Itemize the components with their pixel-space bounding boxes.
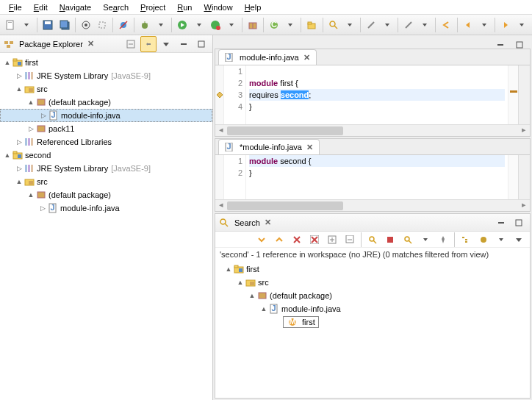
overview-ruler[interactable] [508, 65, 518, 124]
menu-project[interactable]: Project [134, 1, 171, 13]
view-menu-button[interactable] [158, 36, 174, 52]
close-tab-icon[interactable]: ✕ [305, 143, 314, 152]
menu-run[interactable]: Run [171, 1, 198, 13]
group-by-button[interactable] [475, 232, 492, 248]
editor-tab-module-info-dirty[interactable]: J *module-info.java ✕ [218, 139, 320, 154]
save-all-button[interactable] [57, 17, 71, 33]
menu-window[interactable]: Window [198, 1, 238, 13]
search-button[interactable] [326, 17, 340, 33]
run-again-button[interactable] [364, 232, 381, 248]
maximize-button[interactable] [511, 215, 527, 231]
jre-library-node[interactable]: ▷JRE System Library[JavaSE-9] [0, 162, 212, 175]
package-explorer-tree[interactable]: ▲first ▷JRE System Library[JavaSE-9] ▲sr… [0, 53, 212, 400]
maximize-editor-button[interactable] [511, 37, 528, 53]
search-results-tree[interactable]: ▲first ▲src ▲(default package) ▲Jmodule-… [215, 261, 530, 398]
close-view-icon[interactable]: ✕ [263, 218, 273, 227]
next-match-button[interactable] [254, 232, 270, 248]
vertical-scrollbar[interactable] [518, 155, 530, 199]
toggle-mark-button[interactable] [95, 17, 109, 33]
new-dropdown[interactable] [19, 17, 34, 33]
run-last-dropdown[interactable] [224, 17, 239, 33]
tree-layout-button[interactable] [458, 232, 474, 248]
toggle-breadcrumb-button[interactable] [79, 17, 93, 33]
jre-library-node[interactable]: ▷JRE System Library[JavaSE-9] [0, 69, 212, 82]
menu-file[interactable]: File [3, 1, 28, 13]
close-view-icon[interactable]: ✕ [86, 39, 96, 49]
code-area[interactable]: module second { } [246, 155, 508, 199]
expand-all-button[interactable] [324, 232, 340, 248]
prev-annotation-dropdown[interactable] [417, 17, 432, 33]
minimize-editor-button[interactable] [492, 37, 508, 53]
search-file-node[interactable]: ▲Jmodule-info.java [215, 302, 530, 315]
forward-button[interactable] [498, 17, 513, 33]
minimize-button[interactable] [176, 36, 192, 52]
collapse-all-button[interactable] [123, 36, 139, 52]
svg-rect-45 [25, 138, 27, 146]
svg-rect-46 [28, 138, 30, 146]
jre-tag: [JavaSE-9] [111, 71, 151, 80]
save-button[interactable] [40, 17, 55, 33]
search-project-node[interactable]: ▲first [215, 262, 530, 276]
code-area[interactable]: module first { requires second; } [246, 65, 508, 124]
menu-navigate[interactable]: Navigate [54, 1, 97, 13]
marker-ruler[interactable] [215, 155, 224, 199]
search-dropdown[interactable] [342, 17, 357, 33]
menu-help[interactable]: Help [239, 1, 267, 13]
last-edit-button[interactable] [439, 17, 453, 33]
group-by-dropdown[interactable] [493, 232, 509, 248]
package-node[interactable]: ▲(default package) [0, 188, 212, 201]
history-button[interactable] [400, 232, 416, 248]
occurrence-marker-icon[interactable] [215, 89, 223, 101]
open-type-button[interactable] [304, 17, 319, 33]
svg-line-80 [373, 240, 376, 243]
run-dropdown[interactable] [191, 17, 206, 33]
close-tab-icon[interactable]: ✕ [302, 53, 312, 63]
new-package-button[interactable] [245, 17, 260, 33]
menu-edit[interactable]: Edit [28, 1, 54, 13]
annotation-button[interactable] [364, 17, 378, 33]
referenced-libraries-node[interactable]: ▷Referenced Libraries [0, 135, 212, 149]
src-folder-node[interactable]: ▲src [0, 82, 212, 96]
forward-dropdown[interactable] [514, 17, 529, 33]
file-node-module-info[interactable]: ▷Jmodule-info.java [0, 201, 212, 215]
new-class-button[interactable]: C [267, 17, 281, 33]
marker-ruler[interactable] [215, 65, 224, 124]
maximize-button[interactable] [193, 36, 209, 52]
new-class-dropdown[interactable] [283, 17, 298, 33]
collapse-all-button[interactable] [342, 232, 358, 248]
run-button[interactable] [175, 17, 190, 33]
remove-all-button[interactable] [306, 232, 323, 248]
package-node[interactable]: ▲(default package) [0, 96, 212, 109]
prev-annotation-button[interactable] [401, 17, 416, 33]
search-package-node[interactable]: ▲(default package) [215, 289, 530, 302]
menu-search[interactable]: Search [97, 1, 134, 13]
debug-dropdown[interactable] [154, 17, 168, 33]
back-button[interactable] [460, 17, 475, 33]
search-match-node[interactable]: M first [215, 315, 530, 329]
new-button[interactable] [3, 17, 18, 33]
package-node-pack11[interactable]: ▷pack11 [0, 122, 212, 135]
remove-match-button[interactable] [289, 232, 305, 248]
cancel-button[interactable] [382, 232, 398, 248]
history-dropdown[interactable] [417, 232, 434, 248]
vertical-scrollbar[interactable] [518, 65, 530, 124]
overview-ruler[interactable] [508, 155, 518, 199]
back-dropdown[interactable] [477, 17, 492, 33]
annotation-dropdown[interactable] [380, 17, 395, 33]
project-node[interactable]: ▲second [0, 149, 212, 162]
prev-match-button[interactable] [271, 232, 287, 248]
view-menu-button[interactable] [511, 232, 527, 248]
horizontal-scrollbar[interactable]: ◂▸ [215, 199, 530, 211]
link-editor-button[interactable] [140, 36, 157, 52]
file-node-module-info[interactable]: ▷Jmodule-info.java [0, 109, 212, 122]
debug-button[interactable] [137, 17, 152, 33]
skip-breakpoints-button[interactable] [116, 17, 131, 33]
project-node[interactable]: ▲first [0, 56, 212, 69]
minimize-button[interactable] [493, 215, 509, 231]
editor-tab-module-info[interactable]: J module-info.java ✕ [218, 49, 317, 65]
search-src-node[interactable]: ▲src [215, 276, 530, 289]
src-folder-node[interactable]: ▲src [0, 175, 212, 188]
pin-button[interactable] [435, 232, 451, 248]
horizontal-scrollbar[interactable]: ◂▸ [215, 124, 530, 136]
run-last-button[interactable] [208, 17, 223, 33]
